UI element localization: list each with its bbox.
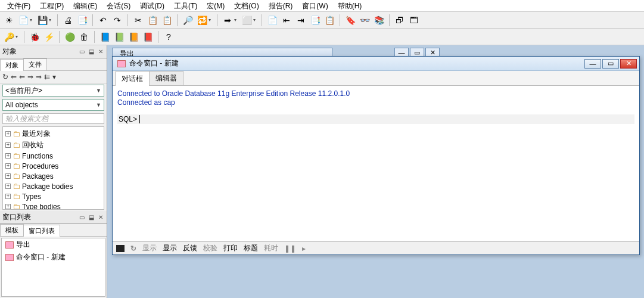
toolbar-button[interactable]: 📄 bbox=[17, 14, 30, 27]
minimize-button[interactable]: — bbox=[584, 59, 601, 69]
toolbar-button[interactable]: 📋 bbox=[323, 14, 336, 27]
menu-item[interactable]: 编辑(E) bbox=[69, 0, 102, 11]
toolbar-button[interactable]: ➡ bbox=[221, 14, 234, 27]
expand-icon[interactable]: + bbox=[5, 131, 11, 136]
tree-item[interactable]: +🗀最近对象 bbox=[3, 128, 104, 139]
menu-item[interactable]: 窗口(W) bbox=[297, 0, 332, 11]
tab-模板[interactable]: 模板 bbox=[0, 224, 24, 236]
menu-item[interactable]: 调试(D) bbox=[135, 0, 169, 11]
toolbar-button[interactable]: 🔑 bbox=[2, 30, 15, 44]
toolbar-button[interactable]: 📙 bbox=[127, 30, 140, 44]
window-list-item[interactable]: 命令窗口 - 新建 bbox=[2, 251, 105, 263]
tab-编辑器[interactable]: 编辑器 bbox=[149, 71, 183, 85]
window-list-item[interactable]: 导出 bbox=[2, 238, 105, 251]
nav-tool-button[interactable]: ↻ bbox=[2, 73, 8, 81]
tree-item[interactable]: +🗀Packages bbox=[3, 171, 104, 181]
toolbar-button[interactable]: ⇤ bbox=[280, 14, 293, 27]
expand-icon[interactable]: + bbox=[5, 204, 11, 209]
nav-tool-button[interactable]: ⇐ bbox=[19, 73, 25, 81]
menu-item[interactable]: 工程(P) bbox=[35, 0, 69, 11]
toolbar-button[interactable]: 📚 bbox=[372, 14, 385, 27]
run-button[interactable]: ▸ bbox=[302, 244, 306, 253]
sql-prompt-row[interactable]: SQL> bbox=[117, 114, 634, 124]
dropdown-arrow-icon[interactable]: ▾ bbox=[253, 17, 258, 23]
status-toggle[interactable]: 反馈 bbox=[183, 243, 197, 253]
toolbar-button[interactable]: 📗 bbox=[113, 30, 126, 44]
nav-tool-button[interactable]: ⇒ bbox=[27, 73, 33, 81]
toolbar-button[interactable]: 👓 bbox=[358, 14, 371, 27]
tree-item[interactable]: +🗀Type bodies bbox=[3, 201, 104, 210]
toolbar-button[interactable]: 📑 bbox=[76, 14, 89, 27]
toolbar-button[interactable]: ↷ bbox=[111, 14, 124, 27]
refresh-icon[interactable]: ↻ bbox=[130, 244, 136, 253]
toolbar-button[interactable]: 📄 bbox=[266, 14, 279, 27]
nav-tool-button[interactable]: ⇇ bbox=[44, 73, 50, 81]
expand-icon[interactable]: + bbox=[5, 163, 11, 169]
status-toggle[interactable]: 耗时 bbox=[264, 243, 278, 253]
toolbar-button[interactable]: 📋 bbox=[160, 14, 173, 27]
menu-item[interactable]: 文档(O) bbox=[229, 0, 263, 11]
tab-文件[interactable]: 文件 bbox=[23, 58, 47, 70]
pause-button[interactable]: ❚❚ bbox=[284, 244, 296, 253]
menu-item[interactable]: 工具(T) bbox=[169, 0, 202, 11]
tree-item[interactable]: +🗀Functions bbox=[3, 151, 104, 161]
status-toggle[interactable]: 显示 bbox=[163, 243, 177, 253]
toolbar-button[interactable]: 📋 bbox=[146, 14, 159, 27]
dropdown-arrow-icon[interactable]: ▾ bbox=[234, 17, 239, 23]
expand-icon[interactable]: + bbox=[5, 184, 11, 189]
user-combo[interactable]: <当前用户> ▼ bbox=[2, 85, 104, 97]
toolbar-button[interactable]: 📘 bbox=[98, 30, 111, 44]
menu-item[interactable]: 宏(M) bbox=[202, 0, 229, 11]
toolbar-button[interactable]: ⬜ bbox=[240, 14, 253, 27]
tab-对话框[interactable]: 对话框 bbox=[115, 72, 150, 86]
toolbar-button[interactable]: 🖨 bbox=[61, 14, 74, 27]
toolbar-button[interactable]: ⚡ bbox=[42, 30, 55, 44]
tree-item[interactable]: +🗀Package bodies bbox=[3, 181, 104, 191]
status-toggle[interactable]: 显示 bbox=[142, 243, 157, 253]
panel-controls[interactable]: ▭ ⬓ ✕ bbox=[79, 214, 104, 221]
menu-item[interactable]: 报告(R) bbox=[264, 0, 298, 11]
search-input[interactable]: 输入搜索文档 bbox=[2, 113, 104, 124]
toolbar-button[interactable]: 🐞 bbox=[28, 30, 41, 44]
nav-tool-button[interactable]: ⇒ bbox=[36, 73, 42, 81]
toolbar-button[interactable]: 🔖 bbox=[344, 14, 357, 27]
objects-filter-combo[interactable]: All objects ▼ bbox=[2, 99, 104, 111]
dropdown-arrow-icon[interactable]: ▾ bbox=[15, 34, 20, 39]
toolbar-button[interactable]: ⇥ bbox=[294, 14, 307, 27]
toolbar-button[interactable]: ↶ bbox=[97, 14, 110, 27]
status-toggle[interactable]: 校验 bbox=[203, 243, 217, 253]
nav-tool-button[interactable]: ▾ bbox=[52, 73, 56, 81]
menu-item[interactable]: 会话(S) bbox=[102, 0, 135, 11]
toolbar-button[interactable]: ☀ bbox=[2, 14, 15, 27]
toolbar-button[interactable]: ? bbox=[162, 30, 175, 44]
expand-icon[interactable]: + bbox=[5, 142, 11, 148]
menu-item[interactable]: 文件(F) bbox=[2, 0, 35, 11]
toolbar-button[interactable]: 🗗 bbox=[393, 14, 406, 27]
toolbar-button[interactable]: 📑 bbox=[309, 14, 322, 27]
toolbar-button[interactable]: ✂ bbox=[132, 14, 145, 27]
toolbar-button[interactable]: 🗑 bbox=[77, 30, 91, 44]
expand-icon[interactable]: + bbox=[5, 153, 11, 159]
status-toggle[interactable]: 标题 bbox=[244, 243, 258, 253]
status-toggle[interactable]: 打印 bbox=[223, 243, 238, 253]
command-output[interactable]: Connected to Oracle Database 11g Enterpr… bbox=[113, 86, 639, 241]
toolbar-button[interactable]: 🔁 bbox=[195, 14, 209, 27]
tree-item[interactable]: +🗀Procedures bbox=[3, 161, 104, 171]
toolbar-button[interactable]: 🟢 bbox=[63, 30, 76, 44]
toolbar-button[interactable]: 📕 bbox=[141, 30, 154, 44]
dropdown-arrow-icon[interactable]: ▾ bbox=[30, 17, 35, 23]
toolbar-button[interactable]: 💾 bbox=[36, 14, 49, 27]
tab-对象[interactable]: 对象 bbox=[0, 59, 24, 71]
nav-tool-button[interactable]: ⇐ bbox=[11, 73, 17, 81]
menu-item[interactable]: 帮助(H) bbox=[333, 0, 367, 11]
maximize-button[interactable]: ▭ bbox=[602, 59, 619, 69]
expand-icon[interactable]: + bbox=[5, 194, 11, 199]
tree-item[interactable]: +🗀回收站 bbox=[3, 139, 104, 151]
expand-icon[interactable]: + bbox=[5, 173, 11, 179]
toolbar-button[interactable]: 🔎 bbox=[181, 14, 194, 27]
tab-窗口列表[interactable]: 窗口列表 bbox=[23, 225, 60, 237]
panel-controls[interactable]: ▭ ⬓ ✕ bbox=[79, 48, 104, 55]
dropdown-arrow-icon[interactable]: ▾ bbox=[209, 17, 213, 23]
toolbar-button[interactable]: 🗔 bbox=[407, 14, 421, 27]
dropdown-arrow-icon[interactable]: ▾ bbox=[49, 17, 54, 23]
